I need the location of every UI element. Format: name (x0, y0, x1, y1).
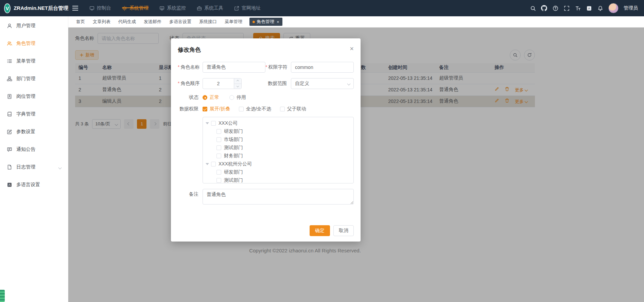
external-link-icon (234, 6, 239, 11)
username-label[interactable]: 管理员 (624, 5, 638, 11)
cancel-button[interactable]: 取消 (333, 225, 354, 236)
nav-label: 系统监控 (167, 5, 186, 11)
nav-label: 官网地址 (242, 5, 261, 11)
data-scope-value: 自定义 (295, 81, 309, 87)
sidebar-item-notice[interactable]: 通知公告 (0, 141, 68, 158)
nav-label: 系统管理 (129, 5, 149, 11)
checkbox-select-all[interactable]: 全选/全不选 (239, 106, 271, 112)
radio-status-disabled[interactable]: 停用 (229, 94, 246, 101)
nav-item-system-monitor[interactable]: 系统监控 (154, 5, 191, 11)
tab-home[interactable]: 首页 (75, 18, 86, 26)
gear-icon (122, 6, 127, 11)
search-icon[interactable] (530, 5, 536, 11)
sidebar-item-label: 通知公告 (16, 146, 35, 153)
checkbox-icon[interactable] (216, 178, 221, 183)
tab-code-gen[interactable]: 代码生成 (118, 18, 137, 26)
user-avatar[interactable] (608, 3, 619, 13)
sidebar-item-language-settings[interactable]: A 多语言设置 (0, 176, 68, 194)
sidebar-item-user-manage[interactable]: 用户管理 (0, 17, 68, 35)
sidebar-item-log-manage[interactable]: 日志管理 (0, 158, 68, 176)
role-name-input[interactable] (203, 62, 265, 73)
sidebar-item-post-manage[interactable]: 岗位管理 (0, 88, 68, 105)
tree-node-label: 研发部门 (224, 128, 243, 135)
sidebar-item-label: 日志管理 (16, 164, 35, 170)
nav-item-console[interactable]: 控制台 (84, 5, 117, 11)
tree-node-dept[interactable]: 测试部门 (203, 144, 353, 152)
role-sort-stepper[interactable]: 2 (203, 78, 242, 89)
tree-node-dept[interactable]: 测试部门 (203, 176, 353, 183)
help-icon[interactable] (552, 5, 558, 11)
checkbox-expand-collapse[interactable]: 展开/折叠 (203, 106, 230, 112)
sidebar-item-role-manage[interactable]: 角色管理 (0, 35, 68, 52)
hamburger-icon[interactable] (68, 0, 82, 16)
edit-role-dialog: 修改角色 × 角色名称 权限字符 角色顺序 2 数据范围 自定义 (171, 38, 361, 242)
tab-label: 角色管理 (257, 19, 274, 25)
radio-label: 正常 (210, 94, 219, 101)
devtools-badge[interactable] (0, 290, 5, 302)
font-size-icon[interactable] (575, 5, 581, 11)
radio-label: 停用 (237, 94, 246, 101)
tree-node-company1[interactable]: XXX公司 (203, 119, 353, 127)
sidebar-item-dept-manage[interactable]: 部门管理 (0, 70, 68, 88)
tree-node-company2[interactable]: XXX杭州分公司 (203, 160, 353, 168)
permission-tree: XXX公司 研发部门 市场部门 测试部门 财务部门 XXX杭州分公司 研发部门 … (203, 117, 354, 183)
tab-close-icon[interactable]: × (277, 20, 279, 24)
radio-dot (229, 95, 234, 100)
fullscreen-icon[interactable] (563, 5, 570, 11)
caret-down-icon[interactable] (206, 163, 209, 165)
tree-node-dept[interactable]: 财务部门 (203, 152, 353, 160)
svg-text:A: A (588, 6, 590, 10)
sidebar-item-label: 岗位管理 (16, 93, 35, 100)
tree-node-label: XXX公司 (219, 120, 238, 126)
checkbox-parent-child-link[interactable]: 父子联动 (280, 106, 306, 112)
github-icon[interactable] (541, 5, 547, 11)
language-icon[interactable]: A (586, 5, 592, 11)
role-key-input[interactable] (291, 62, 354, 73)
checkbox-icon[interactable] (216, 170, 221, 175)
app-logo[interactable]: V ZRAdmin.NET后台管理 (0, 3, 68, 13)
nav-item-official-site[interactable]: 官网地址 (229, 5, 266, 11)
checkbox-icon (239, 107, 244, 111)
checkbox-icon[interactable] (216, 137, 221, 142)
tab-article-list[interactable]: 文章列表 (92, 18, 111, 26)
sidebar: 用户管理 角色管理 菜单管理 部门管理 岗位管理 字典管理 参数设置 通知公告 … (0, 16, 68, 302)
sidebar-item-dict-manage[interactable]: 字典管理 (0, 105, 68, 123)
top-header: V ZRAdmin.NET后台管理 控制台 系统管理 系统监控 系统工具 官网地… (0, 0, 644, 16)
checkbox-icon[interactable] (216, 129, 221, 134)
radio-status-normal[interactable]: 正常 (203, 94, 219, 101)
tab-language-settings[interactable]: 多语言设置 (169, 18, 192, 26)
checkbox-icon[interactable] (216, 154, 221, 158)
checkbox-icon (203, 107, 207, 111)
svg-text:A: A (8, 183, 11, 186)
data-scope-select[interactable]: 自定义 (291, 78, 354, 89)
close-icon[interactable]: × (350, 45, 354, 52)
tab-send-mail[interactable]: 发送邮件 (143, 18, 162, 26)
nav-item-system-manage[interactable]: 系统管理 (117, 5, 154, 11)
tree-node-dept[interactable]: 研发部门 (203, 168, 353, 176)
checkbox-icon[interactable] (211, 162, 216, 166)
confirm-button[interactable]: 确定 (310, 225, 330, 236)
tab-system-api[interactable]: 系统接口 (198, 18, 217, 26)
tree-node-dept[interactable]: 市场部门 (203, 136, 353, 144)
sidebar-item-menu-manage[interactable]: 菜单管理 (0, 52, 68, 70)
checkbox-icon[interactable] (216, 145, 221, 150)
caret-down-icon[interactable] (206, 122, 209, 124)
list-icon (7, 58, 12, 64)
sidebar-item-label: 多语言设置 (16, 182, 40, 188)
remark-textarea[interactable]: 普通角色 (203, 189, 354, 205)
tab-menu-manage[interactable]: 菜单管理 (224, 18, 243, 26)
sidebar-item-param-settings[interactable]: 参数设置 (0, 123, 68, 141)
logo-icon: V (4, 3, 11, 13)
checkbox-icon[interactable] (211, 121, 216, 126)
checkbox-label: 全选/全不选 (246, 106, 271, 112)
bell-icon[interactable] (597, 5, 603, 11)
tree-node-label: XXX杭州分公司 (219, 161, 252, 167)
decrease-button[interactable] (234, 84, 241, 89)
nav-item-system-tools[interactable]: 系统工具 (191, 5, 229, 11)
tab-role-manage-active[interactable]: 角色管理 × (249, 18, 282, 26)
data-scope-label: 数据范围 (265, 81, 291, 87)
increase-button[interactable] (234, 78, 241, 84)
tree-node-dept[interactable]: 研发部门 (203, 127, 353, 136)
nav-label: 系统工具 (204, 5, 223, 11)
remark-label: 备注 (178, 189, 203, 197)
